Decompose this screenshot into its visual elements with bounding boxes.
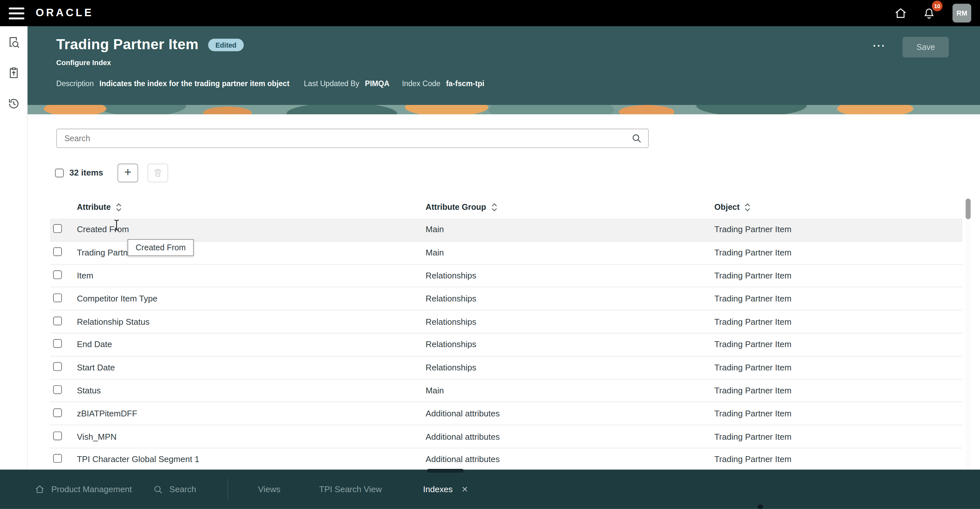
notifications-button[interactable]: 10 [921,5,937,21]
cell-attribute-group: Relationships [425,363,714,373]
index-code-label: Index Code [402,79,440,88]
table-row[interactable]: Start Date Relationships Trading Partner… [50,357,963,379]
sidebar-item-export[interactable] [5,65,21,81]
cell-attribute-group: Main [425,248,714,257]
column-header-attribute[interactable]: Attribute [77,202,425,212]
table-row[interactable]: Vish_MPN Additional attributes Trading P… [50,425,963,449]
tooltip: Created From [127,239,194,256]
column-header-object[interactable]: Object [714,202,963,212]
row-checkbox[interactable] [53,270,62,279]
menu-button[interactable] [9,7,25,19]
table-row[interactable]: zBIATPitemDFF Additional attributes Trad… [50,403,963,425]
user-avatar[interactable]: RM [953,4,971,23]
oracle-logo: ORACLE [36,7,94,19]
page-subtitle: Configure Index [56,59,980,66]
cell-object: Trading Partner Item [714,248,963,257]
close-tab-button[interactable]: ✕ [461,485,468,494]
tab-search[interactable]: Search [153,484,196,495]
cell-object: Trading Partner Item [714,363,963,373]
cell-attribute: TPI Character Global Segment 1 [77,455,425,464]
last-updated-value: PIMQA [365,79,390,88]
bottom-tab-bar: Product Management Search Views TPI Sear… [0,469,980,509]
sidebar-item-history[interactable] [5,95,21,112]
history-icon [6,97,20,110]
cell-attribute: Status [77,386,425,395]
row-checkbox[interactable] [53,224,62,233]
row-checkbox[interactable] [53,247,62,256]
cell-attribute-group: Relationships [425,340,714,349]
page-header: Trading Partner Item Edited Configure In… [27,26,980,114]
cell-object: Trading Partner Item [714,271,963,281]
page-title: Trading Partner Item [56,36,199,53]
cell-attribute-group: Relationships [425,271,714,281]
row-checkbox[interactable] [53,408,62,417]
table-header-row: Attribute Attribute Group Object [50,195,963,219]
tab-views[interactable]: Views [258,485,280,494]
sort-icon [491,203,497,211]
cell-attribute: Relationship Status [77,317,425,327]
hamburger-icon [9,12,24,14]
table-row[interactable]: Competitor Item Type Relationships Tradi… [50,287,963,311]
notification-badge: 10 [932,1,942,11]
table-row[interactable]: Status Main Trading Partner Item [50,379,963,403]
table-row[interactable]: Relationship Status Relationships Tradin… [50,311,963,333]
table-row[interactable]: TPI Character Global Segment 1 Additiona… [50,449,963,470]
home-button[interactable] [892,5,909,21]
tab-product-management[interactable]: Product Management [34,484,132,495]
row-checkbox[interactable] [53,339,62,348]
status-badge: Edited [208,38,244,51]
row-checkbox[interactable] [53,293,62,302]
row-checkbox[interactable] [53,454,62,463]
column-label: Object [714,202,740,212]
left-rail [0,26,27,469]
cell-attribute-group: Main [425,386,714,395]
cell-attribute: End Date [77,340,425,349]
cell-object: Trading Partner Item [714,294,963,303]
cell-object: Trading Partner Item [714,225,963,235]
cell-attribute: Start Date [77,363,425,373]
vertical-scrollbar[interactable] [966,198,970,469]
search-box [56,128,649,148]
row-checkbox[interactable] [53,362,62,371]
column-header-attribute-group[interactable]: Attribute Group [425,202,714,212]
cell-object: Trading Partner Item [714,432,963,441]
trash-icon [153,167,163,178]
table-row[interactable]: Item Relationships Trading Partner Item [50,265,963,287]
row-checkbox[interactable] [53,431,62,440]
add-button[interactable]: + [118,163,138,182]
save-button[interactable]: Save [903,37,949,58]
search-submit-button[interactable] [625,133,648,144]
text-cursor [113,219,121,233]
more-actions-button[interactable]: ⋯ [872,39,886,56]
cell-attribute: Competitor Item Type [77,294,425,303]
hamburger-icon [9,7,24,9]
list-toolbar: 32 items + [55,163,168,182]
last-updated-label: Last Updated By [304,79,359,88]
table-row[interactable]: Created From Main Trading Partner Item [50,219,963,241]
cell-attribute-group: Additional attributes [425,455,714,464]
table-row[interactable]: End Date Relationships Trading Partner I… [50,333,963,357]
vertical-scrollbar-thumb[interactable] [966,198,970,219]
document-search-icon [6,36,20,49]
horizontal-scrollbar-thumb[interactable] [427,469,464,473]
row-checkbox[interactable] [53,316,62,325]
tab-tpi-search-view[interactable]: TPI Search View [319,485,382,494]
sidebar-item-search-document[interactable] [5,34,21,51]
application-window: ORACLE 10 RM [0,0,980,509]
tab-label: Search [170,485,196,494]
delete-button[interactable] [148,163,168,182]
select-all-checkbox[interactable] [55,168,64,177]
home-icon [894,6,907,20]
cell-attribute-group: Main [425,225,714,235]
table-body: Created From Main Trading Partner Item T… [50,219,963,469]
status-dot [757,504,763,509]
row-checkbox[interactable] [53,385,62,394]
items-count: 32 items [69,168,103,178]
search-input[interactable] [57,134,624,143]
tab-indexes[interactable]: Indexes ✕ [423,485,468,494]
cell-attribute: Item [77,271,425,281]
header-meta: Description Indicates the index for the … [56,79,980,88]
description-value: Indicates the index for the trading part… [100,79,290,88]
home-icon [34,484,45,495]
search-icon [631,133,642,144]
